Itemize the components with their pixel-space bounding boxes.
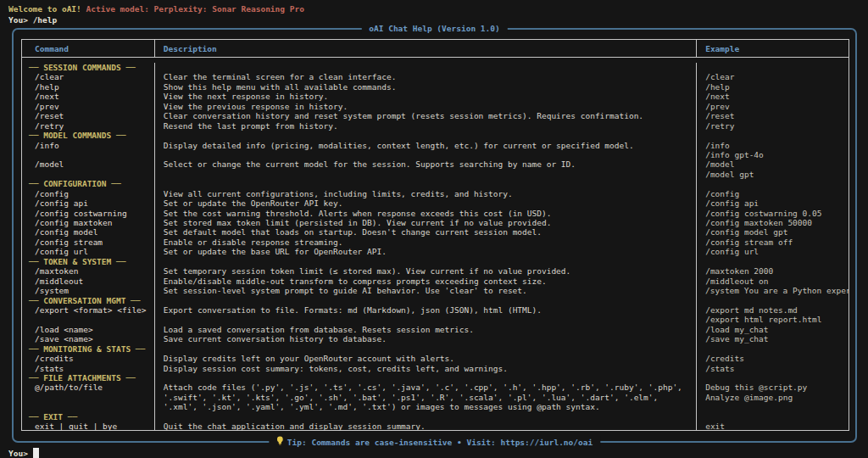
example-cell bbox=[697, 131, 849, 140]
table-row: /clearClear the terminal screen for a cl… bbox=[22, 72, 849, 81]
command-cell: /credits bbox=[22, 354, 155, 363]
description-cell: Enable/disable middle-out transform to c… bbox=[155, 276, 697, 286]
example-cell: /credits bbox=[697, 354, 849, 363]
description-cell bbox=[155, 296, 697, 305]
command-cell: /next bbox=[22, 92, 155, 101]
history-command: /help bbox=[33, 15, 58, 25]
example-cell: Analyze @image.png bbox=[697, 393, 849, 402]
command-cell: /maxtoken bbox=[22, 266, 155, 276]
command-cell: ── EXIT ── bbox=[22, 412, 155, 422]
example-cell: /export html report.html bbox=[697, 315, 849, 324]
description-cell: '.xml', '.json', '.yaml', '.yml', '.md',… bbox=[155, 402, 697, 411]
text-cursor bbox=[33, 448, 39, 458]
description-cell bbox=[155, 344, 697, 354]
description-cell: '.swift', '.kt', '.kts', '.go', '.sh', '… bbox=[155, 393, 697, 402]
description-cell: Show this help menu with all available c… bbox=[155, 82, 697, 92]
description-cell: Set default model that loads on startup.… bbox=[155, 227, 697, 237]
example-cell bbox=[697, 412, 849, 422]
table-row: /export html report.html bbox=[22, 315, 849, 324]
description-cell bbox=[155, 63, 697, 72]
command-cell: /middleout bbox=[22, 276, 155, 286]
table-body: ── SESSION COMMANDS ──/clearClear the te… bbox=[22, 58, 849, 431]
description-cell: View the next response in history. bbox=[155, 92, 697, 101]
command-cell: @/path/to/file bbox=[22, 383, 155, 392]
command-cell: ── FILE ATTACHMENTS ── bbox=[22, 373, 155, 383]
example-cell bbox=[697, 296, 849, 305]
command-cell: /config model bbox=[22, 227, 155, 237]
table-row: /save <name>Save current conversation hi… bbox=[22, 334, 849, 344]
command-cell: /help bbox=[22, 82, 155, 92]
lightbulb-icon bbox=[276, 436, 283, 448]
description-cell: Attach code files ('.py', '.js', '.ts', … bbox=[155, 383, 697, 392]
table-row: /prevView the previous response in histo… bbox=[22, 102, 849, 111]
example-cell bbox=[697, 402, 849, 411]
command-cell: /config api bbox=[22, 198, 155, 208]
description-cell bbox=[155, 412, 697, 422]
terminal-scrollback: Welcome to oAI! Active model: Perplexity… bbox=[0, 0, 868, 25]
section-header-row: ── SESSION COMMANDS ── bbox=[22, 63, 849, 72]
example-cell bbox=[697, 179, 849, 188]
command-cell: /clear bbox=[22, 72, 155, 81]
table-row: /config streamEnable or disable response… bbox=[22, 237, 849, 247]
example-cell: /config model gpt bbox=[697, 227, 849, 237]
table-row: /maxtokenSet temporary session token lim… bbox=[22, 266, 849, 276]
description-cell: Set stored max token limit (persisted in… bbox=[155, 218, 697, 227]
table-row: /retryResend the last prompt from histor… bbox=[22, 121, 849, 131]
command-cell bbox=[22, 150, 155, 159]
command-cell bbox=[22, 315, 155, 324]
description-cell: Clear the terminal screen for a clean in… bbox=[155, 72, 697, 81]
section-header-row: ── EXIT ── bbox=[22, 412, 849, 422]
column-header-command: Command bbox=[22, 40, 155, 57]
example-cell: /load my_chat bbox=[697, 325, 849, 334]
description-cell: Export conversation to file. Formats: md… bbox=[155, 305, 697, 315]
table-row: /configView all current configurations, … bbox=[22, 189, 849, 198]
command-cell: /reset bbox=[22, 111, 155, 120]
example-cell: /middleout on bbox=[697, 276, 849, 286]
table-row: '.xml', '.json', '.yaml', '.yml', '.md',… bbox=[22, 402, 849, 411]
help-table-header: Command Description Example bbox=[22, 40, 849, 58]
example-cell: /reset bbox=[697, 111, 849, 120]
example-cell: /config costwarning 0.05 bbox=[697, 209, 849, 218]
example-cell: /save my_chat bbox=[697, 334, 849, 344]
input-prompt: You> bbox=[8, 448, 28, 458]
command-cell: /save <name> bbox=[22, 334, 155, 344]
example-cell: exit bbox=[697, 422, 849, 431]
example-cell: /system You are a Python expert bbox=[697, 286, 849, 295]
command-cell bbox=[22, 393, 155, 402]
command-cell: ── SESSION COMMANDS ── bbox=[22, 63, 155, 72]
command-cell: ── MODEL COMMANDS ── bbox=[22, 131, 155, 140]
description-cell: View the previous response in history. bbox=[155, 102, 697, 111]
command-cell: ── CONVERSATION MGMT ── bbox=[22, 296, 155, 305]
description-cell bbox=[155, 131, 697, 140]
table-row: /config costwarningSet the cost warning … bbox=[22, 209, 849, 218]
description-cell: Display detailed info (pricing, modaliti… bbox=[155, 141, 697, 150]
section-header-row: ── MODEL COMMANDS ── bbox=[22, 131, 849, 140]
command-cell: ── CONFIGURATION ── bbox=[22, 179, 155, 188]
description-cell: Set temporary session token limit (≤ sto… bbox=[155, 266, 697, 276]
example-cell: Debug this @script.py bbox=[697, 383, 849, 392]
description-cell: Clear conversation history and reset sys… bbox=[155, 111, 697, 120]
table-row: /config apiSet or update the OpenRouter … bbox=[22, 198, 849, 208]
description-cell: Enable or disable response streaming. bbox=[155, 237, 697, 247]
table-row: /export <format> <file>Export conversati… bbox=[22, 305, 849, 315]
example-cell: /maxtoken 2000 bbox=[697, 266, 849, 276]
description-cell bbox=[155, 257, 697, 266]
table-row: /config maxtokenSet stored max token lim… bbox=[22, 218, 849, 227]
description-cell: Set the cost warning threshold. Alerts w… bbox=[155, 209, 697, 218]
table-row: /creditsDisplay credits left on your Ope… bbox=[22, 354, 849, 363]
section-header-row: ── CONFIGURATION ── bbox=[22, 179, 849, 188]
example-cell: /export md notes.md bbox=[697, 305, 849, 315]
example-cell: /stats bbox=[697, 364, 849, 373]
table-row: /info gpt-4o bbox=[22, 150, 849, 159]
example-cell: /prev bbox=[697, 102, 849, 111]
terminal-input-line[interactable]: You> bbox=[8, 448, 868, 458]
example-cell: /retry bbox=[697, 121, 849, 131]
command-cell: ── TOKEN & SYSTEM ── bbox=[22, 257, 155, 266]
table-row: /modelSelect or change the current model… bbox=[22, 159, 849, 169]
example-cell: /clear bbox=[697, 72, 849, 81]
command-cell: /config stream bbox=[22, 237, 155, 247]
table-row: exit | quit | byeQuit the chat applicati… bbox=[22, 422, 849, 431]
command-cell bbox=[22, 170, 155, 179]
example-cell: /config bbox=[697, 189, 849, 198]
active-model-text: Active model: Perplexity: Sonar Reasonin… bbox=[86, 4, 304, 14]
